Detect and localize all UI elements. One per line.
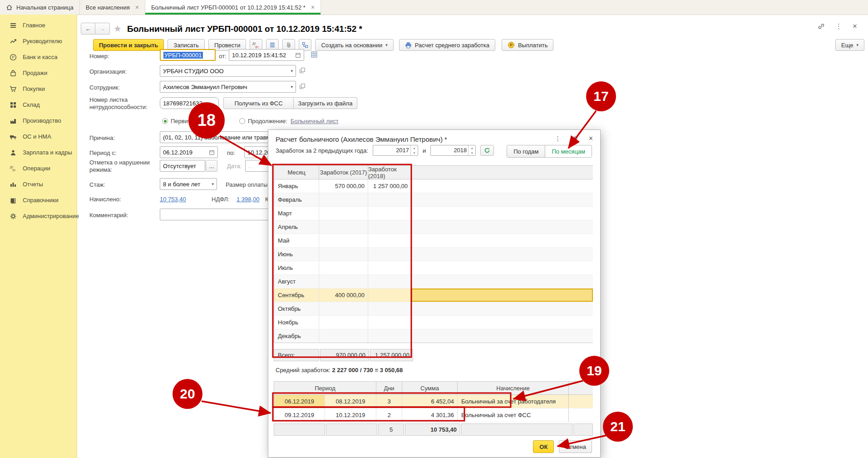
table-row[interactable]: Июнь bbox=[274, 248, 593, 261]
sidebar-item-salary-hr[interactable]: Зарплата и кадры bbox=[0, 144, 77, 160]
experience-value: 8 и более лет bbox=[163, 181, 200, 188]
post-and-close-button[interactable]: Провести и закрыть bbox=[93, 39, 164, 51]
create-based-on-button[interactable]: Создать на основании ▾ bbox=[315, 39, 393, 51]
table-row-selected[interactable]: 06.12.2019 08.12.2019 3 6 452,04 Больнич… bbox=[274, 395, 593, 408]
earnings-years-row: Заработок за 2 предыдущих года: 2017 ▲▼ … bbox=[276, 145, 494, 156]
sidebar-item-main[interactable]: Главное bbox=[0, 17, 77, 33]
column-header: Сумма bbox=[402, 382, 458, 394]
boxes-icon bbox=[10, 101, 17, 109]
table-row[interactable]: Март bbox=[274, 207, 593, 220]
continuation-radio[interactable] bbox=[239, 118, 245, 124]
more-menu-icon[interactable]: ⋮ bbox=[835, 22, 842, 30]
violation-date-label: Дата: bbox=[227, 163, 242, 170]
by-years-toggle[interactable]: По годам bbox=[507, 145, 545, 157]
dialog-close-icon[interactable]: × bbox=[589, 134, 593, 143]
table-row-selected[interactable]: Сентябрь400 000,00 bbox=[274, 289, 593, 302]
sidebar-item-operations[interactable]: ДтКт Операции bbox=[0, 160, 77, 176]
close-document-icon[interactable]: × bbox=[853, 22, 857, 31]
year1-spinner[interactable]: 2017 ▲▼ bbox=[373, 145, 418, 156]
sidebar-item-label: Справочники bbox=[23, 197, 59, 204]
ok-button[interactable]: ОК bbox=[533, 440, 554, 453]
sidebar-item-manager[interactable]: Руководителю bbox=[0, 33, 77, 49]
sidebar-item-sales[interactable]: Продажи bbox=[0, 65, 77, 81]
year2-spinner[interactable]: 2018 ▲▼ bbox=[430, 145, 476, 156]
chevron-down-icon[interactable]: ▾ bbox=[288, 85, 293, 89]
more-button[interactable]: Еще ▾ bbox=[835, 39, 864, 51]
table-row[interactable]: Июль bbox=[274, 261, 593, 275]
table-row[interactable]: Апрель bbox=[274, 220, 593, 234]
calendar-icon[interactable] bbox=[209, 149, 215, 155]
link-icon[interactable] bbox=[818, 23, 825, 30]
organization-input[interactable]: УРБАН СТУДИО ООО ▾ bbox=[160, 65, 296, 77]
tab-close-icon[interactable]: × bbox=[311, 4, 315, 11]
spinner-arrows[interactable]: ▲▼ bbox=[410, 145, 418, 155]
annotation-circle-17: 17 bbox=[586, 81, 616, 111]
average-earnings-print-button[interactable]: Расчет среднего заработка bbox=[399, 39, 495, 51]
forward-button[interactable]: → bbox=[95, 23, 110, 35]
employee-input[interactable]: Ахилесов Эммануил Петрович ▾ bbox=[160, 81, 296, 93]
sidebar-item-production[interactable]: Производство bbox=[0, 113, 77, 129]
pay-button[interactable]: Р Выплатить bbox=[502, 39, 554, 51]
table-row[interactable]: Ноябрь bbox=[274, 316, 593, 329]
tab-sick-leave-document[interactable]: Больничный лист УРБП-000001 от 10.12.201… bbox=[145, 0, 321, 15]
sick-leave-link[interactable]: Больничный лист bbox=[291, 118, 339, 124]
from-label: от: bbox=[219, 53, 227, 60]
table-row[interactable]: Январь570 000,001 257 000,00 bbox=[274, 179, 593, 193]
tab-home[interactable]: Начальная страница bbox=[0, 0, 80, 15]
open-employee-icon[interactable] bbox=[299, 83, 306, 90]
experience-select[interactable]: 8 и более лет ▾ bbox=[160, 178, 217, 190]
sidebar-item-reports[interactable]: Отчеты bbox=[0, 176, 77, 192]
sidebar-item-warehouse[interactable]: Склад bbox=[0, 97, 77, 113]
employee-value: Ахилесов Эммануил Петрович bbox=[163, 84, 247, 90]
refresh-icon bbox=[484, 147, 490, 154]
table-row[interactable]: Август bbox=[274, 275, 593, 289]
accrued-amount-link[interactable]: 10 753,40 bbox=[160, 196, 186, 203]
table-row[interactable]: Октябрь bbox=[274, 302, 593, 316]
tab-close-icon[interactable]: × bbox=[135, 4, 139, 11]
table-row[interactable]: Февраль bbox=[274, 193, 593, 207]
cancel-button[interactable]: Отмена bbox=[559, 440, 592, 453]
gear-icon bbox=[10, 213, 17, 220]
period-from-input[interactable]: 06.12.2019 bbox=[160, 146, 218, 158]
favorite-star-icon[interactable]: ★ bbox=[113, 23, 122, 34]
open-organization-icon[interactable] bbox=[299, 67, 306, 74]
back-button[interactable]: ← bbox=[81, 23, 95, 35]
document-date-input[interactable]: 10.12.2019 15:41:52 bbox=[229, 49, 304, 61]
tab-all-accruals[interactable]: Все начисления × bbox=[80, 0, 145, 15]
average-earnings-line: Средний заработок: 2 227 000 / 730 = 3 0… bbox=[276, 367, 403, 373]
ndfl-amount-link[interactable]: 1 398,00 bbox=[237, 196, 260, 203]
sidebar-item-label: Отчеты bbox=[23, 181, 43, 188]
sidebar-item-purchases[interactable]: Покупки bbox=[0, 81, 77, 97]
get-from-fss-button[interactable]: Получить из ФСС bbox=[223, 97, 294, 109]
number-input[interactable]: УРБП-000001 bbox=[160, 49, 216, 61]
chevron-down-icon[interactable]: ▾ bbox=[288, 69, 293, 73]
by-months-toggle[interactable]: По месяцам bbox=[545, 145, 592, 157]
refresh-button[interactable] bbox=[480, 145, 494, 156]
primary-radio[interactable] bbox=[162, 118, 168, 124]
number-label: Номер: bbox=[89, 53, 109, 60]
table-row[interactable]: Декабрь bbox=[274, 329, 593, 343]
violation-ellipsis-button[interactable]: ... bbox=[206, 160, 217, 172]
sidebar-item-fixed-assets[interactable]: ОС и НМА bbox=[0, 129, 77, 144]
forward-arrow-icon: → bbox=[99, 25, 105, 32]
sidebar-item-administration[interactable]: Администрирование bbox=[0, 208, 77, 224]
chevron-down-icon[interactable]: ▾ bbox=[209, 182, 214, 186]
sidebar-item-bank-cash[interactable]: Р Банк и касса bbox=[0, 49, 77, 65]
sick-number-label: Номер листканетрудоспособности: bbox=[89, 96, 148, 111]
svg-text:Р: Р bbox=[510, 43, 513, 47]
dialog-dock-icon[interactable] bbox=[572, 136, 578, 142]
column-header: Период bbox=[274, 382, 376, 394]
tab-home-label: Начальная страница bbox=[16, 4, 74, 11]
sidebar-item-label: Администрирование bbox=[23, 213, 79, 219]
active-cell[interactable] bbox=[411, 289, 593, 302]
table-row[interactable]: Май bbox=[274, 234, 593, 248]
calendar-icon[interactable] bbox=[295, 52, 301, 58]
load-from-file-button[interactable]: Загрузить из файла bbox=[294, 97, 357, 109]
annotation-circle-21: 21 bbox=[603, 412, 633, 442]
spinner-arrows[interactable]: ▲▼ bbox=[468, 145, 475, 155]
journal-grid-icon[interactable] bbox=[311, 51, 318, 58]
table-row[interactable]: 09.12.2019 10.12.2019 2 4 301,36 Больнич… bbox=[274, 408, 593, 422]
sidebar-item-directories[interactable]: Справочники bbox=[0, 192, 77, 208]
dialog-more-icon[interactable]: ⋮ bbox=[555, 135, 561, 142]
violation-input[interactable]: Отсутствует bbox=[160, 160, 205, 172]
